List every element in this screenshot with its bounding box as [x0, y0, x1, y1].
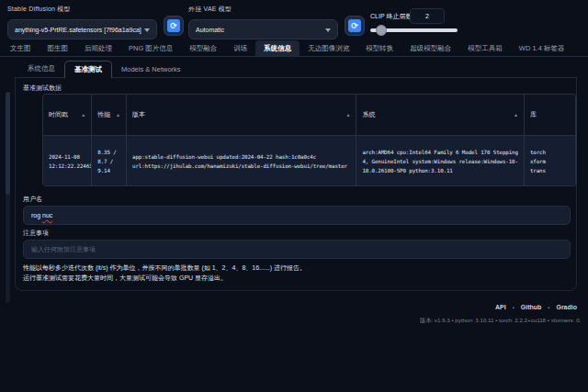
sd-model-value: anything-v5-PrtRE.safetensors [7f96a1a9c…	[15, 27, 141, 33]
benchmark-description: 性能以每秒多少迭代次数 (it/s) 作为单位，并按不同的单批数量 (如 1、2…	[23, 263, 306, 283]
notes-label: 注意事项	[23, 229, 49, 238]
description-line-2: 运行基准测试需要花费大量时间，大量测试可能会导致 GPU 显存溢出。	[23, 273, 306, 283]
vae-model-group: 外挂 VAE 模型 Automatic	[188, 5, 338, 39]
subtab-system-info[interactable]: 系统信息	[18, 61, 64, 77]
subtab-benchmark[interactable]: 基准测试	[64, 61, 112, 78]
tab-checkpoint-merger[interactable]: 模型融合	[181, 40, 225, 56]
notes-input[interactable]	[23, 240, 571, 259]
username-value-flagged: nuc	[42, 212, 52, 218]
main-tab-bar: 文生图 图生图 后期处理 PNG 图片信息 模型融合 训练 系统信息 无边图像浏…	[0, 40, 588, 57]
chevron-down-icon	[325, 28, 331, 35]
left-scrollbar[interactable]	[6, 92, 10, 303]
clip-skip-slider[interactable]	[370, 28, 458, 32]
column-header-version[interactable]: 版本 ▲	[127, 95, 356, 135]
column-header-system[interactable]: 系统 ▲	[356, 95, 525, 135]
tab-png-info[interactable]: PNG 图片信息	[120, 40, 181, 56]
vae-model-refresh-button[interactable]: ⟳	[345, 16, 365, 36]
username-label: 用户名	[23, 195, 42, 204]
tab-train[interactable]: 训练	[225, 40, 255, 56]
vae-model-value: Automatic	[196, 27, 224, 33]
clip-skip-label: CLIP 终止层数	[370, 12, 412, 21]
tab-wd14-tagger[interactable]: WD 1.4 标签器	[511, 40, 573, 56]
sort-asc-icon[interactable]: ▲	[81, 112, 85, 118]
tab-txt2img[interactable]: 文生图	[2, 40, 40, 56]
column-header-performance[interactable]: 性能 ▲	[92, 95, 127, 135]
table-header-row: 时间戳 ▲ 性能 ▲ 版本 ▲ 系统 ▲ 库	[43, 95, 576, 136]
vae-model-label: 外挂 VAE 模型	[188, 5, 338, 14]
sort-asc-icon[interactable]: ▲	[116, 112, 120, 118]
clip-skip-number-input[interactable]: 2	[410, 8, 445, 24]
tab-model-converter[interactable]: 模型转换	[357, 40, 401, 56]
scrollbar-thumb[interactable]	[6, 92, 10, 195]
api-link[interactable]: API	[495, 304, 506, 310]
tab-img2img[interactable]: 图生图	[40, 40, 77, 56]
chevron-down-icon	[144, 28, 150, 35]
cell-version: app:stable-diffusion-webui updated:2024-…	[127, 136, 356, 186]
username-input[interactable]: rog nuc	[23, 206, 571, 225]
subtab-models-networks[interactable]: Models & Networks	[112, 61, 190, 77]
separator-dot: •	[548, 305, 549, 310]
benchmark-table: 时间戳 ▲ 性能 ▲ 版本 ▲ 系统 ▲ 库 2024-11-08 12:12:…	[42, 94, 577, 186]
clip-skip-slider-handle[interactable]	[376, 25, 387, 36]
cell-system: arch:AMD64 cpu:Intel64 Family 6 Model 17…	[356, 136, 525, 186]
sort-asc-icon[interactable]: ▲	[345, 112, 350, 118]
tab-system-info[interactable]: 系统信息	[255, 40, 300, 56]
cell-timestamp: 2024-11-08 12:12:22.224638	[43, 136, 92, 186]
version-info: 版本: v1.9.3 • python: 3.10.11 • torch: 2.…	[420, 317, 581, 325]
sd-model-label: Stable Diffusion 模型	[7, 5, 157, 14]
github-link[interactable]: Github	[521, 304, 542, 310]
column-header-library[interactable]: 库	[525, 95, 576, 135]
sort-asc-icon[interactable]: ▲	[514, 112, 518, 118]
cell-library: torch xform trans	[525, 136, 576, 186]
sd-model-dropdown[interactable]: anything-v5-PrtRE.safetensors [7f96a1a9c…	[7, 19, 157, 39]
description-line-1: 性能以每秒多少迭代次数 (it/s) 作为单位，并按不同的单批数量 (如 1、2…	[23, 263, 306, 273]
sd-model-group: Stable Diffusion 模型 anything-v5-PrtRE.sa…	[7, 5, 157, 39]
gradio-link[interactable]: Gradio	[556, 304, 577, 310]
system-info-sub-tab-bar: 系统信息 基准测试 Models & Networks	[15, 61, 577, 78]
table-row[interactable]: 2024-11-08 12:12:22.224638 8.35 / 8.7 / …	[43, 136, 576, 186]
column-header-timestamp[interactable]: 时间戳 ▲	[43, 95, 92, 135]
username-value-prefix: rog	[31, 212, 42, 218]
tab-infinite-image-browsing[interactable]: 无边图像浏览	[300, 40, 357, 56]
benchmark-panel: 基准测试数据 时间戳 ▲ 性能 ▲ 版本 ▲ 系统 ▲ 库 202	[15, 78, 577, 291]
vae-model-dropdown[interactable]: Automatic	[188, 19, 338, 39]
footer-links: API • Github • Gradio	[349, 304, 577, 310]
cell-performance: 8.35 / 8.7 / 9.14	[92, 136, 127, 186]
refresh-icon: ⟳	[348, 19, 361, 32]
refresh-icon: ⟳	[167, 19, 180, 32]
tab-model-toolkit[interactable]: 模型工具箱	[459, 40, 511, 56]
benchmark-data-label: 基准测试数据	[23, 84, 62, 93]
tab-extras[interactable]: 后期处理	[76, 40, 120, 56]
tab-super-merger[interactable]: 超级模型融合	[401, 40, 459, 56]
separator-dot: •	[513, 305, 514, 310]
sd-model-refresh-button[interactable]: ⟳	[164, 16, 184, 36]
